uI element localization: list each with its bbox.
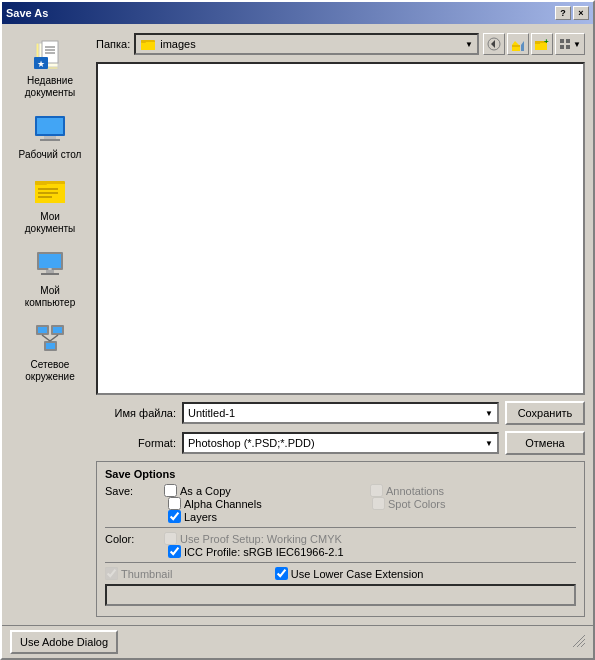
svg-marker-38 — [512, 41, 519, 45]
svg-line-50 — [581, 643, 585, 647]
sidebar: ★ Недавние документы Рабочий стол — [10, 32, 90, 617]
layers-item: Layers — [168, 510, 576, 523]
up-icon — [511, 37, 525, 51]
dialog-body: ★ Недавние документы Рабочий стол — [2, 24, 593, 625]
view-button[interactable]: ▼ — [555, 33, 585, 55]
back-button[interactable] — [483, 33, 505, 55]
filename-input[interactable]: Untitled-1 ▼ — [182, 402, 499, 424]
thumbnail-label: Thumbnail — [121, 568, 172, 580]
svg-line-30 — [50, 335, 58, 341]
sidebar-item-desktop[interactable]: Рабочий стол — [10, 106, 90, 166]
save-options-row2: Alpha Channels Spot Colors — [105, 497, 576, 510]
format-input[interactable]: Photoshop (*.PSD;*.PDD) ▼ — [182, 432, 499, 454]
annotations-label: Annotations — [386, 485, 444, 497]
save-checkboxes-1: As a Copy Annotations — [164, 484, 576, 497]
filename-text: Untitled-1 — [188, 407, 235, 419]
folder-combo-text: images — [160, 38, 461, 50]
help-button[interactable]: ? — [555, 6, 571, 20]
svg-text:+: + — [544, 37, 549, 46]
lower-case-label[interactable]: Use Lower Case Extension — [291, 568, 424, 580]
bottom-bar: Use Adobe Dialog — [2, 625, 593, 658]
svg-rect-37 — [512, 47, 520, 51]
save-options-panel: Save Options Save: As a Copy Annotations — [96, 461, 585, 617]
network-icon — [32, 321, 68, 357]
folder-label: Папка: — [96, 38, 130, 50]
svg-point-22 — [48, 268, 52, 270]
svg-rect-28 — [46, 343, 55, 349]
save-label: Save: — [105, 485, 160, 497]
svg-text:★: ★ — [37, 59, 45, 69]
svg-rect-14 — [35, 181, 47, 185]
view-dropdown-arrow: ▼ — [573, 40, 581, 49]
spot-colors-label: Spot Colors — [388, 498, 445, 510]
my-computer-icon — [32, 247, 68, 283]
save-options-row1: Save: As a Copy Annotations — [105, 484, 576, 497]
svg-rect-16 — [38, 192, 58, 194]
resize-handle — [573, 635, 585, 649]
layers-checkbox[interactable] — [168, 510, 181, 523]
lower-case-checkbox[interactable] — [275, 567, 288, 580]
back-icon — [487, 37, 501, 51]
sidebar-item-network[interactable]: Сетевое окружение — [10, 316, 90, 388]
use-proof-checkbox[interactable] — [164, 532, 177, 545]
folder-dropdown[interactable]: images ▼ — [134, 33, 479, 55]
svg-rect-11 — [40, 139, 60, 141]
sidebar-item-recent[interactable]: ★ Недавние документы — [10, 32, 90, 104]
alpha-channels-checkbox[interactable] — [168, 497, 181, 510]
main-area: Папка: images ▼ — [96, 32, 585, 617]
save-checkboxes-2: Alpha Channels Spot Colors — [168, 497, 576, 510]
color-row1: Color: Use Proof Setup: Working CMYK — [105, 532, 576, 545]
cancel-button[interactable]: Отмена — [505, 431, 585, 455]
lower-case-item: Use Lower Case Extension — [275, 567, 576, 580]
annotations-checkbox[interactable] — [370, 484, 383, 497]
sidebar-item-mycomputer[interactable]: Мой компьютер — [10, 242, 90, 314]
svg-rect-17 — [38, 196, 52, 198]
use-proof-item: Use Proof Setup: Working CMYK — [164, 532, 576, 545]
close-button[interactable]: × — [573, 6, 589, 20]
spot-colors-item: Spot Colors — [372, 497, 576, 510]
separator-2 — [105, 562, 576, 563]
new-folder-button[interactable]: + — [531, 33, 553, 55]
filename-row: Имя файла: Untitled-1 ▼ Сохранить — [96, 401, 585, 425]
toolbar-buttons: + ▼ — [483, 33, 585, 55]
folder-bar: Папка: images ▼ — [96, 32, 585, 56]
view-icon — [559, 37, 573, 51]
up-button[interactable] — [507, 33, 529, 55]
sidebar-item-mydocs[interactable]: Мои документы — [10, 168, 90, 240]
alpha-channels-label[interactable]: Alpha Channels — [184, 498, 262, 510]
separator-1 — [105, 527, 576, 528]
sidebar-item-mycomputer-label: Мой компьютер — [25, 285, 75, 309]
svg-marker-39 — [521, 41, 524, 51]
as-copy-checkbox[interactable] — [164, 484, 177, 497]
my-docs-icon — [32, 173, 68, 209]
format-text: Photoshop (*.PSD;*.PDD) — [188, 437, 315, 449]
recent-docs-icon: ★ — [32, 37, 68, 73]
svg-rect-20 — [46, 270, 54, 273]
color-label: Color: — [105, 533, 160, 545]
title-bar-text: Save As — [6, 7, 48, 19]
svg-rect-42 — [535, 41, 540, 44]
text-input-box[interactable] — [105, 584, 576, 606]
desktop-icon — [32, 111, 68, 147]
spot-colors-checkbox[interactable] — [372, 497, 385, 510]
svg-rect-33 — [141, 40, 146, 43]
svg-rect-21 — [41, 273, 59, 275]
svg-rect-9 — [37, 118, 63, 134]
as-copy-label[interactable]: As a Copy — [180, 485, 231, 497]
save-button[interactable]: Сохранить — [505, 401, 585, 425]
title-bar-buttons: ? × — [555, 6, 589, 20]
icc-profile-checkbox[interactable] — [168, 545, 181, 558]
layers-label[interactable]: Layers — [184, 511, 217, 523]
file-browser[interactable] — [96, 62, 585, 395]
use-adobe-dialog-button[interactable]: Use Adobe Dialog — [10, 630, 118, 654]
svg-rect-44 — [560, 39, 564, 43]
annotations-item: Annotations — [370, 484, 576, 497]
svg-line-49 — [577, 639, 585, 647]
use-proof-label: Use Proof Setup: Working CMYK — [180, 533, 342, 545]
svg-rect-45 — [566, 39, 570, 43]
thumbnail-row: Thumbnail Use Lower Case Extension — [105, 567, 576, 580]
filename-label: Имя файла: — [96, 407, 176, 419]
icc-profile-label[interactable]: ICC Profile: sRGB IEC61966-2.1 — [184, 546, 344, 558]
svg-rect-15 — [38, 188, 58, 190]
thumbnail-checkbox[interactable] — [105, 567, 118, 580]
